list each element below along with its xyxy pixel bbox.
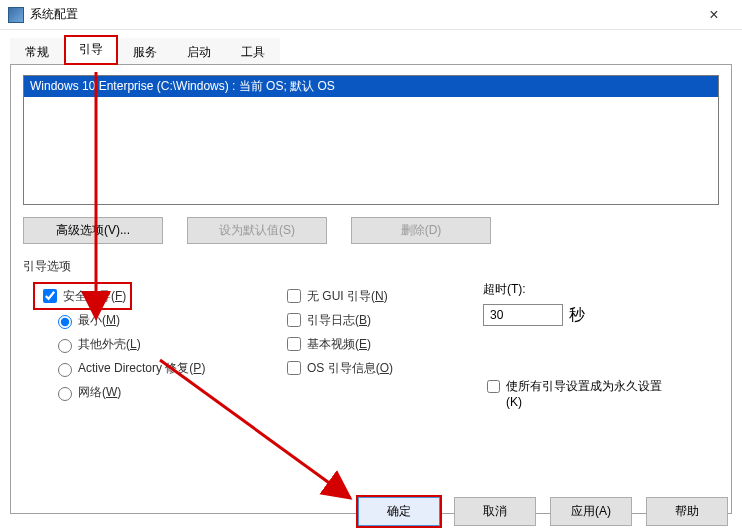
dialog-buttons: 确定 取消 应用(A) 帮助: [358, 497, 728, 526]
radio-adrepair-label: Active Directory 修复(P): [78, 360, 205, 377]
close-icon[interactable]: ×: [694, 6, 734, 24]
window-title: 系统配置: [30, 6, 78, 23]
timeout-row: 秒: [483, 304, 719, 326]
check-osinfo[interactable]: [287, 361, 301, 375]
boot-options-area: 安全引导(F) 最小(M) 其他外壳(L) Active Directory 修…: [23, 281, 719, 409]
safe-boot-checkbox[interactable]: [43, 289, 57, 303]
permanent-checkbox[interactable]: [487, 380, 500, 393]
radio-adrepair-row: Active Directory 修复(P): [53, 359, 273, 377]
timeout-input[interactable]: [483, 304, 563, 326]
check-bootlog[interactable]: [287, 313, 301, 327]
boot-right-col: 超时(T): 秒 使所有引导设置成为永久设置 (K): [483, 281, 719, 409]
tab-tools[interactable]: 工具: [226, 38, 280, 65]
os-list-item[interactable]: Windows 10 Enterprise (C:\Windows) : 当前 …: [24, 76, 718, 97]
radio-altshell[interactable]: [58, 339, 72, 353]
permanent-row: 使所有引导设置成为永久设置 (K): [483, 378, 719, 409]
set-default-button: 设为默认值(S): [187, 217, 327, 244]
safe-boot-highlight: 安全引导(F): [33, 282, 132, 310]
boot-tab-panel: Windows 10 Enterprise (C:\Windows) : 当前 …: [10, 64, 732, 514]
boot-options-label: 引导选项: [23, 258, 719, 275]
tab-startup[interactable]: 启动: [172, 38, 226, 65]
tab-general[interactable]: 常规: [10, 38, 64, 65]
radio-altshell-row: 其他外壳(L): [53, 335, 273, 353]
radio-network-label: 网络(W): [78, 384, 121, 401]
check-osinfo-label: OS 引导信息(O): [307, 360, 393, 377]
tab-boot[interactable]: 引导: [64, 35, 118, 65]
check-nogui-label: 无 GUI 引导(N): [307, 288, 388, 305]
advanced-options-button[interactable]: 高级选项(V)...: [23, 217, 163, 244]
check-basevideo-label: 基本视频(E): [307, 336, 371, 353]
check-bootlog-label: 引导日志(B): [307, 312, 371, 329]
cancel-button[interactable]: 取消: [454, 497, 536, 526]
check-basevideo[interactable]: [287, 337, 301, 351]
radio-altshell-label: 其他外壳(L): [78, 336, 141, 353]
radio-minimal[interactable]: [58, 315, 72, 329]
check-basevideo-row: 基本视频(E): [283, 335, 483, 353]
permanent-label: 使所有引导设置成为永久设置 (K): [506, 378, 662, 409]
os-buttons-row: 高级选项(V)... 设为默认值(S) 删除(D): [23, 217, 719, 244]
timeout-unit: 秒: [569, 305, 585, 326]
radio-minimal-label: 最小(M): [78, 312, 120, 329]
check-nogui-row: 无 GUI 引导(N): [283, 287, 483, 305]
radio-adrepair[interactable]: [58, 363, 72, 377]
boot-mid-col: 无 GUI 引导(N) 引导日志(B) 基本视频(E) OS 引导信息(O): [273, 281, 483, 409]
msconfig-icon: [8, 7, 24, 23]
os-list[interactable]: Windows 10 Enterprise (C:\Windows) : 当前 …: [23, 75, 719, 205]
check-nogui[interactable]: [287, 289, 301, 303]
help-button[interactable]: 帮助: [646, 497, 728, 526]
check-osinfo-row: OS 引导信息(O): [283, 359, 483, 377]
radio-network-row: 网络(W): [53, 383, 273, 401]
tab-strip: 常规 引导 服务 启动 工具: [0, 36, 742, 64]
ok-button[interactable]: 确定: [358, 497, 440, 526]
title-bar: 系统配置 ×: [0, 0, 742, 30]
timeout-label: 超时(T):: [483, 281, 719, 298]
radio-network[interactable]: [58, 387, 72, 401]
safe-boot-row: 安全引导(F): [33, 287, 273, 305]
tab-services[interactable]: 服务: [118, 38, 172, 65]
delete-button: 删除(D): [351, 217, 491, 244]
safe-boot-label: 安全引导(F): [63, 288, 126, 305]
apply-button[interactable]: 应用(A): [550, 497, 632, 526]
boot-left-col: 安全引导(F) 最小(M) 其他外壳(L) Active Directory 修…: [23, 281, 273, 409]
radio-minimal-row: 最小(M): [53, 311, 273, 329]
check-bootlog-row: 引导日志(B): [283, 311, 483, 329]
